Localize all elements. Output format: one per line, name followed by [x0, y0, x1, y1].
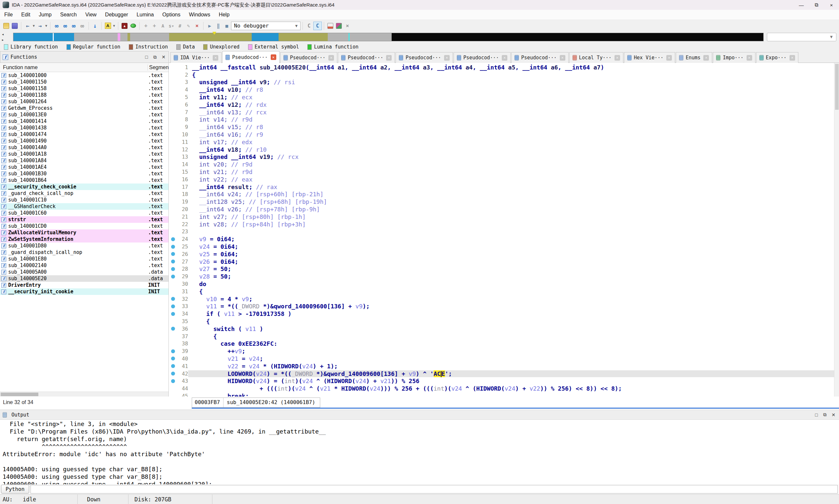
code-line[interactable]: 18 __int64 v24; // [rsp+60h] [rbp-21h] [170, 191, 839, 198]
tab-pseudocode[interactable]: Pseudocod···× [511, 52, 568, 63]
tab-hex-view[interactable]: Hex Vie···× [624, 52, 675, 63]
delete-icon[interactable]: × [193, 22, 201, 30]
function-row[interactable]: fsub_140005E20.data [0, 275, 168, 282]
band-zoom-select[interactable]: ▼ [767, 33, 836, 41]
band-segment[interactable] [328, 33, 349, 41]
tab-exports[interactable]: Expo···× [756, 52, 798, 63]
nav-forward-icon[interactable]: → [36, 22, 44, 30]
search-binary-icon[interactable]: ∞ [52, 22, 61, 30]
code-line[interactable]: 17 __int64 result; // rax [170, 183, 839, 191]
function-row[interactable]: f__security_init_cookieINIT [0, 288, 168, 295]
start-process-icon[interactable]: ▶ [206, 22, 214, 30]
function-row[interactable]: fsub_140001438.text [0, 125, 168, 131]
function-row[interactable]: fsub_140001D80.text [0, 242, 168, 249]
tab-close-icon[interactable]: × [386, 55, 392, 61]
function-row[interactable]: fsub_140001150.text [0, 79, 168, 85]
function-row[interactable]: fsub_140001B30.text [0, 170, 168, 177]
function-row[interactable]: fsub_140001A84.text [0, 157, 168, 164]
code-line[interactable]: 14 int v20; // r9d [170, 161, 839, 168]
tab-pseudocode[interactable]: Pseudocod···× [280, 52, 337, 63]
menu-options[interactable]: Options [158, 12, 184, 18]
panel-maximize-icon[interactable]: □ [142, 53, 151, 61]
tab-close-icon[interactable]: × [328, 55, 334, 61]
panel-float-icon[interactable]: ⧉ [151, 53, 159, 61]
output-log[interactable]: File "<string>", line 3, in <module> Fil… [0, 420, 839, 488]
code-line[interactable]: 32 v10 = 4 * v9; [170, 295, 839, 303]
step-menu-icon[interactable]: s▾ [167, 22, 176, 30]
band-segment[interactable] [252, 33, 279, 41]
menu-windows[interactable]: Windows [184, 12, 214, 18]
code-line[interactable]: 33 v11 = *((_DWORD *)&qword_140009600[13… [170, 303, 839, 310]
code-line[interactable]: 23 [170, 228, 839, 236]
band-segment[interactable] [350, 33, 392, 41]
panel-maximize-icon[interactable]: □ [812, 411, 821, 419]
code-line[interactable]: 22 int v28; // [rsp+84h] [rbp+3h] [170, 220, 839, 228]
restore-icon[interactable]: ⧉ [809, 0, 824, 10]
code-line[interactable]: 41 v22 = v24 * (HIDWORD(v24) + 1); [170, 362, 839, 370]
tab-close-icon[interactable]: × [502, 55, 507, 61]
tab-close-icon[interactable]: × [747, 55, 752, 61]
menu-debugger[interactable]: Debugger [101, 12, 132, 18]
code-line[interactable]: 20 __int64 v26; // [rsp+78h] [rbp-9h] [170, 205, 839, 213]
debugger-add-icon[interactable]: + [142, 22, 150, 30]
code-line[interactable]: 27 v26 = 0i64; [170, 258, 839, 266]
search-immediate-icon[interactable]: ∞ [70, 22, 78, 30]
jump-address-icon[interactable]: ↓ [91, 22, 99, 30]
function-row[interactable]: fsub_140001C10.text [0, 197, 168, 203]
tab-ida-view[interactable]: IDA Vie···× [171, 52, 221, 63]
function-row[interactable]: fDriverEntryINIT [0, 282, 168, 288]
pseudocode-view[interactable]: 1__int64 __fastcall sub_140005E20(__int6… [170, 63, 839, 397]
code-line[interactable]: 39 ++v9; [170, 347, 839, 355]
code-line[interactable]: 24 v9 = 0i64; [170, 235, 839, 243]
debugger-attach-icon[interactable]: + [150, 22, 159, 30]
function-row[interactable]: fsub_140001188.text [0, 92, 168, 98]
code-line[interactable]: 42 LODWORD(v24) = *((_DWORD *)&qword_140… [170, 370, 839, 378]
function-row[interactable]: fsub_140001474.text [0, 131, 168, 138]
band-segment[interactable] [118, 33, 120, 41]
code-line[interactable]: 19 __int128 v25; // [rsp+68h] [rbp-19h] [170, 198, 839, 205]
python-tab[interactable]: Python [1, 485, 29, 493]
trace-insn-icon[interactable]: # [176, 22, 184, 30]
function-row[interactable]: fsub_140001C60.text [0, 210, 168, 216]
menu-edit[interactable]: Edit [17, 12, 35, 18]
band-segment[interactable] [74, 33, 118, 41]
code-line[interactable]: 30 do [170, 280, 839, 288]
python-input[interactable] [31, 485, 838, 493]
search-text-icon[interactable]: ∞ [61, 22, 70, 30]
function-row[interactable]: fstrstr.text [0, 216, 168, 223]
band-segment[interactable] [392, 33, 763, 41]
stop-process-icon[interactable]: ■ [222, 22, 231, 30]
code-line[interactable]: 25 v24 = 0i64; [170, 243, 839, 250]
tab-pseudocode[interactable]: Pseudocod···× [222, 51, 279, 63]
band-segment[interactable] [279, 33, 328, 41]
pseudocode-vscrollbar[interactable] [834, 63, 839, 397]
tab-pseudocode[interactable]: Pseudocod···× [338, 52, 395, 63]
nav-forward-dropdown-icon[interactable]: ▼ [44, 22, 48, 30]
code-line[interactable]: 37 { [170, 332, 839, 340]
function-row[interactable]: fZwSetSystemInformation.text [0, 236, 168, 242]
code-line[interactable]: 3 unsigned __int64 v9; // rsi [170, 79, 839, 86]
panel-float-icon[interactable]: ⧉ [821, 411, 829, 419]
column-function-name[interactable]: Function name [0, 65, 147, 70]
menu-jump[interactable]: Jump [34, 12, 56, 18]
code-line[interactable]: 16 int v22; // eax [170, 176, 839, 183]
debugger-select[interactable]: No debugger ▼ [231, 22, 301, 30]
band-segment[interactable] [127, 33, 130, 41]
code-line[interactable]: 31 { [170, 288, 839, 295]
names-dropdown-icon[interactable]: ▼ [112, 22, 116, 30]
code-line[interactable]: 26 v25 = 0i64; [170, 250, 839, 258]
functions-column-headers[interactable]: Function name Segment [0, 63, 168, 72]
code-line[interactable]: 36 switch ( v11 ) [170, 325, 839, 332]
function-row[interactable]: fsub_140001000.text [0, 72, 168, 79]
code-line[interactable]: 5 int v11; // ecx [170, 93, 839, 101]
code-line[interactable]: 7 __int64 v13; // rcx [170, 108, 839, 116]
function-row[interactable]: fsub_140002140.text [0, 262, 168, 269]
code-line[interactable]: 2{ [170, 71, 839, 79]
band-segment[interactable] [120, 33, 127, 41]
trace-enable-icon[interactable] [129, 22, 137, 30]
nav-back-dropdown-icon[interactable]: ▼ [32, 22, 36, 30]
function-row[interactable]: fsub_140001490.text [0, 138, 168, 144]
tab-pseudocode[interactable]: Pseudocod···× [396, 52, 452, 63]
function-row[interactable]: fsub_140001158.text [0, 85, 168, 92]
code-line[interactable]: 34 if ( v11 > -1701917358 ) [170, 310, 839, 318]
